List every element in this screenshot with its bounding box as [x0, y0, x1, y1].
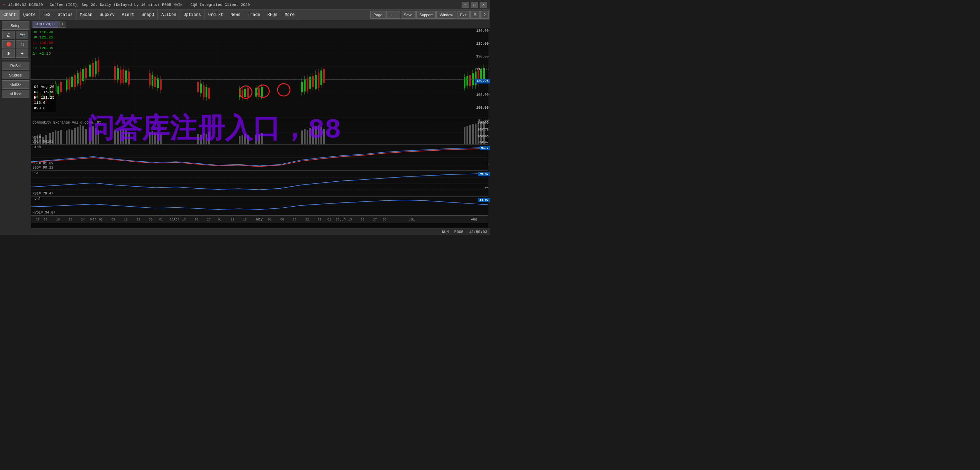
svg-text:Apr: Apr [173, 218, 180, 221]
charts-with-axis: 问答库注册入口，88 O= 116.90 H= 121.25 L= 116.65… [31, 29, 490, 228]
svg-text:Jul: Jul [409, 218, 415, 221]
menu-chart[interactable]: Chart [0, 10, 20, 20]
cross-button[interactable]: ✦ [16, 49, 29, 58]
menu-more[interactable]: More [282, 10, 299, 20]
svg-text:16: 16 [124, 218, 128, 221]
svg-rect-186 [203, 133, 205, 144]
menu-mscan[interactable]: MScan [76, 10, 96, 20]
menu-items: Chart Quote T&S Status MScan SupSrv Aler… [0, 10, 298, 20]
svg-rect-168 [85, 129, 87, 144]
menu-news[interactable]: News [227, 10, 244, 20]
star-button[interactable]: ✱ [2, 49, 15, 58]
setup-button[interactable]: Setup [2, 21, 29, 30]
title-bar: ✦ 12:50:02 KCEU20 - Coffee (ICE), Sep 20… [0, 0, 490, 10]
svg-rect-199 [309, 128, 311, 144]
menu-options[interactable]: Options [180, 10, 205, 20]
hvol-axis: 50 34.07 [488, 197, 490, 216]
rsi-value-label: RSI= 79.47 [33, 192, 53, 196]
main-area: Setup 🖨 📷 🔴 ↑↓ ✱ ✦ ReScl Studies <IntD> … [0, 20, 490, 235]
menu-alert[interactable]: Alert [118, 10, 138, 20]
updown-button[interactable]: ↑↓ [16, 40, 29, 48]
svg-rect-206 [466, 126, 468, 144]
hvol-current-tag: 34.07 [478, 198, 490, 202]
volume-panel: Commodity Exchange Vol & Comm. OI [31, 120, 488, 144]
intd-button[interactable]: <IntD> [2, 80, 29, 89]
svg-rect-160 [60, 130, 62, 144]
status-num: NUM [442, 230, 449, 234]
exit-button[interactable]: Exit [457, 11, 469, 19]
svg-text:06: 06 [170, 218, 173, 221]
menu-allcon[interactable]: AllCon [158, 10, 180, 20]
minimize2-button[interactable]: ⊟ [470, 11, 480, 19]
svg-rect-189 [239, 135, 240, 144]
add-tab-button[interactable]: + [59, 21, 66, 28]
svg-text:13: 13 [182, 218, 186, 221]
hvol-svg [31, 197, 488, 215]
chart-tab[interactable]: KCEU20,D [33, 21, 59, 28]
svg-text:13: 13 [348, 218, 352, 221]
svg-rect-172 [98, 130, 99, 144]
svg-rect-195 [261, 133, 262, 144]
svg-rect-166 [80, 125, 81, 144]
help-button[interactable]: ? [480, 11, 488, 19]
svg-rect-180 [151, 131, 153, 144]
price-axis: 130.00 125.00 120.00 115.00 110.00 105.0… [488, 29, 490, 228]
nav-button[interactable]: →← [386, 11, 400, 19]
menu-supsrv[interactable]: SupSrv [96, 10, 118, 20]
svg-rect-198 [307, 130, 308, 144]
svg-rect-191 [244, 134, 246, 144]
svg-rect-185 [200, 135, 202, 144]
rsi-svg [31, 170, 488, 196]
window-button[interactable]: Window [436, 11, 456, 19]
svg-text:02: 02 [99, 218, 103, 221]
svg-text:09: 09 [111, 218, 115, 221]
close-button[interactable]: ✕ [480, 2, 487, 8]
menu-right-buttons: Page →← Save Support Window Exit ⊟ ? [370, 10, 490, 20]
menu-trade[interactable]: Trade [244, 10, 264, 20]
svg-rect-183 [160, 135, 162, 144]
menu-snapq[interactable]: SnapQ [138, 10, 158, 20]
svg-text:06: 06 [336, 218, 339, 221]
title-page: P005 MAIN [162, 3, 182, 7]
title-app: CQG Integrated Client 2020 [190, 3, 250, 7]
support-button[interactable]: Support [416, 11, 436, 19]
svg-rect-167 [82, 126, 84, 144]
menu-quote[interactable]: Quote [20, 10, 40, 20]
main-candlestick-chart[interactable] [31, 29, 488, 120]
price-125: 125.00 [476, 42, 488, 46]
icon-row-3: ✱ ✦ [2, 49, 29, 58]
volume-svg [31, 120, 488, 144]
svg-rect-181 [154, 133, 156, 144]
svg-rect-178 [128, 132, 130, 144]
flag-button[interactable]: 🔴 [2, 40, 15, 48]
menu-status[interactable]: Status [54, 10, 76, 20]
menu-bar: Chart Quote T&S Status MScan SupSrv Aler… [0, 10, 490, 20]
rsi-axis: 50 25 79.47 [488, 171, 490, 197]
svg-rect-184 [197, 134, 199, 144]
save-button[interactable]: Save [401, 11, 415, 19]
maximize-button[interactable]: □ [471, 2, 478, 8]
menu-rfqs[interactable]: RFQs [264, 10, 282, 20]
svg-rect-163 [71, 130, 73, 144]
price-130: 130.00 [476, 29, 488, 33]
svg-point-106 [278, 83, 290, 96]
print-button[interactable]: 🖨 [2, 31, 15, 39]
svg-rect-194 [258, 134, 260, 144]
menu-ordtkt[interactable]: OrdTkt [205, 10, 227, 20]
camera-button[interactable]: 📷 [16, 31, 29, 39]
rescl-button[interactable]: ReScl [2, 62, 29, 70]
hist-button[interactable]: <Hist> [2, 90, 29, 98]
main-price-axis: 130.00 125.00 120.00 115.00 110.00 105.0… [488, 29, 490, 121]
svg-rect-207 [469, 125, 471, 144]
svg-rect-193 [255, 135, 257, 144]
minimize-button[interactable]: − [461, 2, 469, 8]
vol-200k: 200000 [477, 135, 488, 139]
svg-rect-174 [117, 131, 119, 144]
svg-text:26: 26 [255, 218, 259, 221]
studies-button[interactable]: Studies [2, 71, 29, 79]
svg-rect-209 [475, 124, 477, 144]
svg-rect-197 [304, 129, 305, 144]
menu-ts[interactable]: T&S [40, 10, 54, 20]
page-button[interactable]: Page [370, 11, 385, 19]
svg-text:03: 03 [44, 218, 48, 221]
